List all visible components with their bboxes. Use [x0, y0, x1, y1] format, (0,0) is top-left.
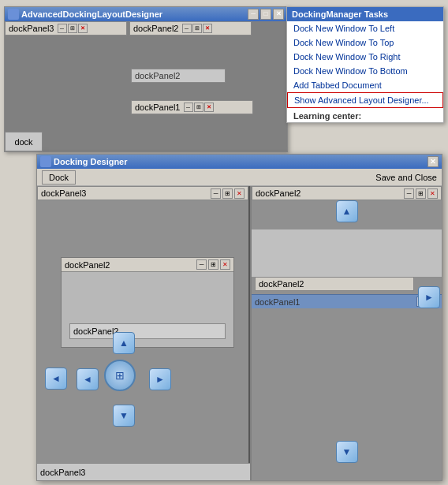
dd-icon	[40, 156, 51, 167]
dd-left-panel3-label: dockPanel3	[41, 188, 87, 198]
compass-center-icon: ⊞	[115, 369, 125, 382]
adld-panel1-close-btn[interactable]: ✕	[204, 103, 214, 112]
dd-right-panel2-tab[interactable]: dockPanel2 ─ ⊞ ✕	[252, 186, 442, 200]
dd-bottom-right-arrow[interactable]: ▼	[336, 441, 358, 463]
tasks-item-dock-left[interactable]: Dock New Window To Left	[287, 21, 443, 35]
adld-body: dockPanel3 ─ ⊞ ✕ dockPanel2 ─ ⊞ ✕ dockPa…	[5, 21, 287, 151]
dd-inner-panel-label: dockPanel2	[65, 260, 110, 270]
tasks-panel: DockingManager Tasks Dock New Window To …	[286, 6, 444, 123]
adld-titlebar: AdvancedDockingLayoutDesigner ─ □ ✕	[5, 7, 287, 21]
dd-dock-btn[interactable]: Dock	[42, 170, 76, 185]
adld-panel2-controls: ─ ⊞ ✕	[182, 24, 212, 33]
dd-body: dockPanel3 ─ ⊞ ✕ dockPanel2 ─ ⊞ ✕	[37, 186, 442, 480]
dd-inner-pin-btn[interactable]: ─	[196, 259, 207, 270]
dd-right-panel2-controls: ─ ⊞ ✕	[404, 188, 438, 199]
dd-left-panel3-float-btn[interactable]: ⊞	[222, 188, 233, 199]
dd-toolbar: Dock Save and Close	[37, 169, 442, 186]
adld-panel2-label: dockPanel2	[133, 24, 179, 33]
adld-panel3-controls: ─ ⊞ ✕	[58, 24, 88, 33]
adld-panel2-float-btn[interactable]: ⊞	[192, 24, 202, 33]
dd-right-top-arrow[interactable]: ▲	[336, 200, 358, 222]
tasks-header-label: DockingManager Tasks	[292, 9, 388, 19]
dd-right-panel2-float-btn[interactable]: ⊞	[416, 188, 426, 199]
dd-right-panel2-mid-text: dockPanel2	[259, 279, 304, 289]
dd-right-panel2-label: dockPanel2	[256, 188, 301, 198]
dd-titlebar: Docking Designer ✕	[37, 155, 442, 169]
dd-inner-panel-controls: ─ ⊞ ✕	[196, 259, 230, 270]
dd-left-panel3-pin-btn[interactable]: ─	[211, 188, 221, 199]
compass-right-arrow[interactable]: ►	[149, 368, 171, 390]
dd-inner-float-btn[interactable]: ⊞	[208, 259, 218, 270]
compass-left-arrow[interactable]: ◄	[77, 368, 99, 390]
adld-panel2-close-btn[interactable]: ✕	[203, 24, 212, 33]
dd-close-btn[interactable]: ✕	[427, 156, 439, 167]
dd-save-close-btn[interactable]: Save and Close	[375, 173, 437, 182]
adld-icon	[8, 9, 19, 20]
compass-center[interactable]: ⊞	[104, 360, 136, 391]
tasks-item-dock-bottom[interactable]: Dock New Window To Bottom	[287, 64, 443, 78]
adld-panel1-float-btn[interactable]: ⊞	[194, 103, 203, 112]
tasks-item-dock-right[interactable]: Dock New Window To Right	[287, 50, 443, 64]
dd-bottom-left-text: dockPanel3	[40, 468, 86, 477]
adld-dock-stub: dock	[5, 132, 43, 151]
dd-left-pane: dockPanel3 ─ ⊞ ✕ dockPanel2 ─ ⊞ ✕	[37, 186, 250, 480]
adld-panel3-close-btn[interactable]: ✕	[78, 24, 88, 33]
adld-panel1-controls: ─ ⊞ ✕	[184, 103, 214, 112]
dd-right-panel2-close-btn[interactable]: ✕	[427, 188, 438, 199]
adld-panel3-tab[interactable]: dockPanel3 ─ ⊞ ✕	[5, 21, 127, 35]
compass-top-arrow[interactable]: ▲	[113, 332, 135, 354]
tasks-learning-center: Learning center:	[287, 108, 443, 122]
adld-controls: ─ □ ✕	[248, 9, 284, 20]
dd-inner-close-btn[interactable]: ✕	[220, 259, 230, 270]
dd-right-mid-section: dockPanel2 dockPanel1 ─ ✕ ►	[252, 229, 442, 277]
compass-bottom-arrow[interactable]: ▼	[113, 405, 135, 427]
adld-panel3-pin-btn[interactable]: ─	[58, 24, 67, 33]
tasks-item-show-advanced[interactable]: Show Advanced Layout Designer...	[287, 92, 443, 108]
dd-right-panel2-pin-btn[interactable]: ─	[404, 188, 414, 199]
adld-close-btn[interactable]: ✕	[273, 9, 284, 20]
adld-panel2-inner: dockPanel2	[131, 69, 226, 83]
adld-panel2-pin-btn[interactable]: ─	[182, 24, 192, 33]
adld-panel1-tab[interactable]: dockPanel1 ─ ⊞ ✕	[131, 100, 253, 114]
dd-left-panel3-close-btn[interactable]: ✕	[234, 188, 245, 199]
adld-panel1-pin-btn[interactable]: ─	[184, 103, 193, 112]
adld-window: AdvancedDockingLayoutDesigner ─ □ ✕ dock…	[4, 6, 288, 152]
side-left-arrow[interactable]: ◄	[45, 367, 67, 390]
tasks-item-add-tabbed[interactable]: Add Tabbed Document	[287, 78, 443, 92]
adld-panel2-tab[interactable]: dockPanel2 ─ ⊞ ✕	[129, 21, 252, 35]
dd-right-side-arrow[interactable]: ►	[418, 286, 440, 308]
dd-window: Docking Designer ✕ Dock Save and Close d…	[36, 154, 442, 481]
dd-title: Docking Designer	[54, 157, 427, 166]
dd-bottom-left-label: dockPanel3	[37, 463, 250, 480]
dd-left-panel3-controls: ─ ⊞ ✕	[211, 188, 245, 199]
dd-right-pane: dockPanel2 ─ ⊞ ✕ ▲ dockPanel2 dockPanel1…	[252, 186, 442, 480]
adld-restore-btn[interactable]: □	[260, 9, 271, 20]
dd-right-panel2-mid-label: dockPanel2	[255, 277, 414, 291]
adld-title: AdvancedDockingLayoutDesigner	[21, 9, 162, 19]
adld-minimize-btn[interactable]: ─	[248, 9, 259, 20]
dd-right-panel1-row: dockPanel1 ─ ✕	[252, 294, 442, 308]
adld-panel3-label: dockPanel3	[9, 24, 54, 33]
dd-inner-panel-header: dockPanel2 ─ ⊞ ✕	[62, 258, 233, 272]
dd-right-panel1-text: dockPanel1	[255, 297, 301, 307]
dd-left-panel3-tab[interactable]: dockPanel3 ─ ⊞ ✕	[37, 186, 248, 200]
adld-panel1-label: dockPanel1	[135, 103, 181, 112]
adld-panel3-float-btn[interactable]: ⊞	[68, 24, 77, 33]
adld-dock-label: dock	[14, 137, 32, 147]
dock-compass: ▲ ◄ ⊞ ► ▼	[77, 332, 171, 427]
tasks-item-dock-top[interactable]: Dock New Window To Top	[287, 35, 443, 50]
adld-panel2-inner-label: dockPanel2	[135, 71, 181, 80]
tasks-header: DockingManager Tasks	[287, 7, 443, 21]
